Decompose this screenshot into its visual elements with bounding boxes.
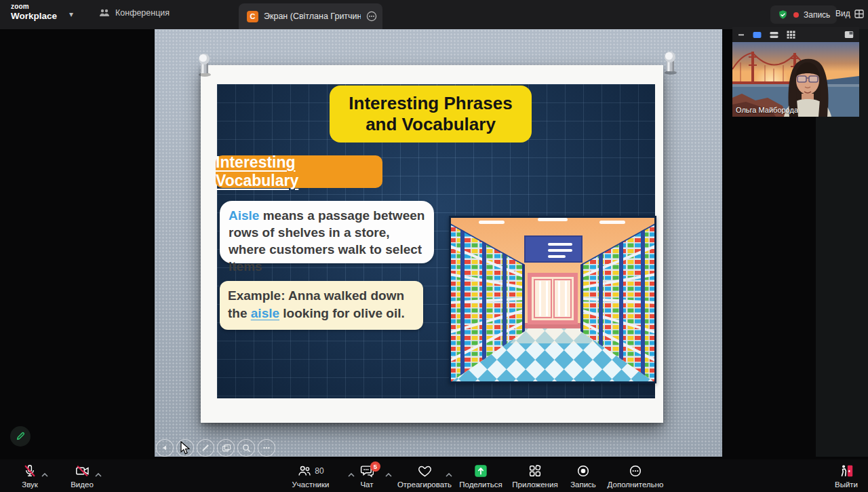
example-suffix: looking for olive oil. <box>279 306 405 320</box>
more-ellipsis-icon <box>628 463 643 478</box>
meeting-control-bar: Звук Видео <box>0 459 868 492</box>
slide-title: Interesting Phrases and Vocabulary <box>339 93 522 135</box>
zoom-tool-button[interactable] <box>237 439 255 457</box>
heart-react-icon <box>417 463 433 478</box>
definition-term: Aisle <box>229 208 259 223</box>
microphone-muted-icon <box>22 463 37 478</box>
video-control[interactable]: Видео <box>38 462 126 489</box>
recording-status-control[interactable]: Запись <box>770 5 837 24</box>
annotate-button[interactable] <box>10 426 31 447</box>
speaker-view-icon[interactable] <box>753 31 762 39</box>
minimize-panel-icon[interactable] <box>738 31 745 38</box>
logo-zoom-text: zoom <box>11 3 57 10</box>
zoom-meeting-window: zoom Workplace ▾ Конференция C Экран (Св… <box>0 0 868 492</box>
camera-muted-icon <box>75 463 90 478</box>
tab-conference[interactable]: Конференция <box>99 8 170 18</box>
video-panel-toolbar <box>732 27 859 42</box>
video-options-caret[interactable] <box>95 468 102 480</box>
view-grid-icon <box>854 10 864 18</box>
record-icon <box>576 463 591 478</box>
zoom-workplace-logo: zoom Workplace <box>11 3 57 21</box>
workspace-chevron-down-icon[interactable]: ▾ <box>69 10 73 19</box>
chat-unread-badge: 5 <box>370 461 380 472</box>
tab-conference-label: Конференция <box>115 8 170 18</box>
pencil-icon <box>15 431 26 442</box>
share-screen-icon <box>473 463 488 478</box>
gallery-view-icon[interactable] <box>787 31 795 39</box>
video-label: Видео <box>38 480 126 489</box>
slides-tool-button[interactable] <box>217 439 235 457</box>
tab-options-ellipsis-icon[interactable] <box>366 11 377 22</box>
push-pin-icon <box>195 53 213 77</box>
tab-screen-share[interactable]: C Экран (Світлана Гритчина НМЦ <box>239 3 382 29</box>
view-label: Вид <box>835 9 850 18</box>
participant-video-tile: Ольга Майборода <box>732 42 859 117</box>
mouse-cursor <box>180 441 190 455</box>
participant-name-label: Ольга Майборода <box>736 106 798 114</box>
security-shield-icon <box>777 9 789 21</box>
title-tab-bar: zoom Workplace ▾ Конференция C Экран (Св… <box>0 0 868 29</box>
example-term: aisle <box>251 306 279 320</box>
supermarket-aisle-image <box>449 216 656 383</box>
definition-box: Aisle means a passage between rows of sh… <box>220 201 434 263</box>
vocab-heading-box: Interesting Vocabulary <box>216 155 382 188</box>
logo-workplace-text: Workplace <box>11 12 57 21</box>
popout-layout-icon[interactable] <box>844 31 854 39</box>
more-label: Дополнительно <box>591 480 679 489</box>
participants-icon <box>297 463 312 478</box>
push-pin-icon <box>661 51 679 75</box>
people-group-icon <box>99 8 110 18</box>
leave-label: Выйти <box>802 480 868 489</box>
leave-control[interactable]: Выйти <box>802 462 868 489</box>
recording-dot-icon <box>793 12 799 18</box>
previous-slide-button[interactable] <box>156 439 174 457</box>
view-button[interactable]: Вид <box>835 9 864 18</box>
example-box: Example: Anna walked down the aisle look… <box>220 281 423 330</box>
tab-screen-share-label: Экран (Світлана Гритчина НМЦ <box>264 12 361 21</box>
more-control[interactable]: Дополнительно <box>591 462 679 489</box>
vocab-heading: Interesting Vocabulary <box>216 153 382 190</box>
screen-share-app-icon: C <box>247 11 258 22</box>
recording-label: Запись <box>804 10 830 20</box>
slide-title-box: Interesting Phrases and Vocabulary <box>330 86 532 143</box>
strip-view-icon[interactable] <box>770 31 778 39</box>
pen-tool-button[interactable] <box>197 439 214 457</box>
leave-meeting-icon <box>839 463 854 478</box>
more-tools-button[interactable] <box>258 439 275 457</box>
